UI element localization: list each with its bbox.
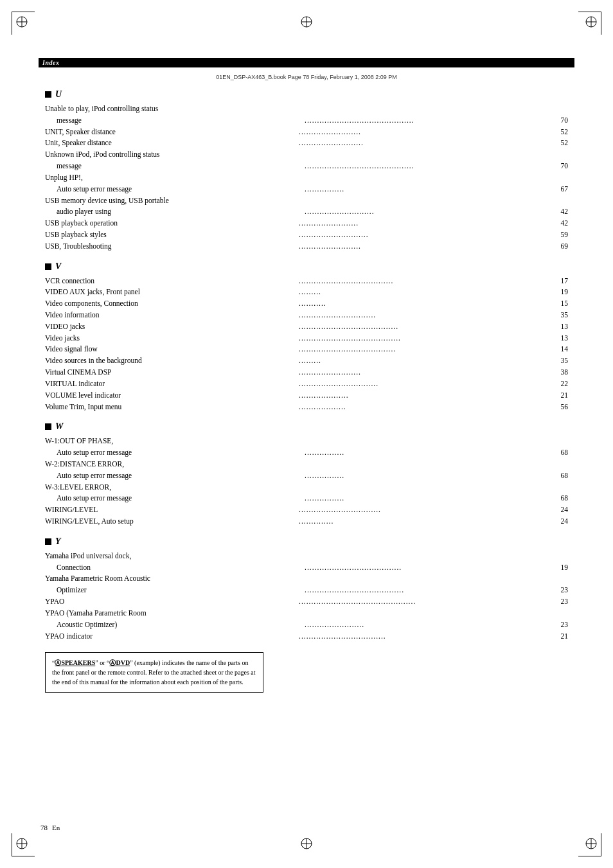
entry-ypao-acoustic-optimizer: Acoustic Optimizer) ....................… bbox=[57, 619, 568, 631]
entry-volume-level-indicator: VOLUME level indicator .................… bbox=[45, 390, 568, 402]
entry-video-information: Video information ......................… bbox=[45, 310, 568, 321]
entry-ypao-indicator: YPAO indicator .........................… bbox=[45, 631, 568, 642]
entry-wiring-level: WIRING/LEVEL ...........................… bbox=[45, 504, 568, 516]
entry-w2-auto-setup: Auto setup error message ...............… bbox=[57, 470, 568, 482]
crosshair-tr bbox=[585, 15, 598, 31]
entry-w3-auto-setup: Auto setup error message ...............… bbox=[57, 493, 568, 504]
entry-virtual-indicator: VIRTUAL indicator ......................… bbox=[45, 378, 568, 390]
index-label: Index bbox=[42, 59, 59, 66]
entry-usb-troubleshooting: USB, Troubleshooting ...................… bbox=[45, 241, 568, 252]
entry-unknown-ipod: Unknown iPod, iPod controlling status bbox=[45, 149, 568, 161]
section-w-header: W bbox=[45, 421, 568, 432]
section-u-header: U bbox=[45, 89, 568, 100]
entry-usb-playback-op: USB playback operation .................… bbox=[45, 218, 568, 229]
crosshair-bm bbox=[300, 837, 313, 853]
entry-usb-audio-player: audio player using .....................… bbox=[57, 206, 568, 218]
entry-w1-auto-setup: Auto setup error message ...............… bbox=[57, 447, 568, 459]
entry-yamaha-ipod-dock: Yamaha iPod universal dock, bbox=[45, 551, 568, 562]
page-suffix: En bbox=[52, 824, 60, 831]
section-y-letter: Y bbox=[55, 536, 61, 547]
entry-video-signal-flow: Video signal flow ......................… bbox=[45, 344, 568, 355]
entry-usb-memory: USB memory device using, USB portable bbox=[45, 195, 568, 207]
entry-w1-out-of-phase: W-1:OUT OF PHASE, bbox=[45, 436, 568, 447]
section-y-square bbox=[45, 538, 51, 545]
entry-yamaha-parametric: Yamaha Parametric Room Acoustic bbox=[45, 573, 568, 585]
entry-video-jacks-lower: Video jacks ............................… bbox=[45, 333, 568, 344]
crosshair-br bbox=[585, 837, 598, 853]
section-v-letter: V bbox=[55, 261, 61, 272]
index-body: U Unable to play, iPod controlling statu… bbox=[45, 89, 568, 693]
section-v-square bbox=[45, 263, 51, 270]
entry-ypao: YPAO ...................................… bbox=[45, 596, 568, 608]
entry-ypao-yamaha-room: YPAO (Yamaha Parametric Room bbox=[45, 608, 568, 619]
entry-unplug-auto-setup: Auto setup error message ...............… bbox=[57, 184, 568, 195]
page-number: 78 En bbox=[39, 821, 60, 833]
section-y-header: Y bbox=[45, 536, 568, 547]
index-header-bar: Index bbox=[39, 58, 574, 67]
section-w-square bbox=[45, 423, 51, 430]
entry-wiring-level-auto: WIRING/LEVEL, Auto setup .............. … bbox=[45, 516, 568, 527]
entry-video-jacks-upper: VIDEO jacks ............................… bbox=[45, 321, 568, 333]
crosshair-bl bbox=[15, 837, 28, 853]
crosshair-tl bbox=[15, 15, 28, 31]
entry-w2-distance-error: W-2:DISTANCE ERROR, bbox=[45, 459, 568, 470]
note-speakers-label: ⒶSPEAKERS bbox=[55, 659, 95, 666]
entry-yamaha-optimizer: Optimizer ..............................… bbox=[57, 585, 568, 596]
entry-virtual-cinema-dsp: Virtual CINEMA DSP .....................… bbox=[45, 367, 568, 378]
main-content: Index 01EN_DSP-AX463_B.book Page 78 Frid… bbox=[39, 58, 574, 693]
entry-unit-speaker-dist1: UNIT, Speaker distance .................… bbox=[45, 127, 568, 138]
entry-unplug-hp: Unplug HP!, bbox=[45, 172, 568, 184]
entry-yamaha-connection: Connection .............................… bbox=[57, 562, 568, 574]
entry-unable-message: message ................................… bbox=[57, 115, 568, 127]
section-u-letter: U bbox=[55, 89, 62, 100]
entry-video-components: Video components, Connection ...........… bbox=[45, 298, 568, 310]
footer: 78 En bbox=[39, 821, 574, 833]
entry-w3-level-error: W-3:LEVEL ERROR, bbox=[45, 482, 568, 493]
page: Index 01EN_DSP-AX463_B.book Page 78 Frid… bbox=[0, 0, 613, 868]
entry-video-sources-background: Video sources in the background ........… bbox=[45, 355, 568, 367]
section-w-letter: W bbox=[55, 421, 63, 432]
note-dvd-label: ⒶDVD bbox=[109, 659, 130, 666]
entry-unit-speaker-dist2: Unit, Speaker distance .................… bbox=[45, 137, 568, 149]
note-text: “ⒶSPEAKERS” or “ⒶDVD” (example) indicate… bbox=[52, 659, 256, 686]
section-v-header: V bbox=[45, 261, 568, 272]
entry-vcr-conn: VCR connection .........................… bbox=[45, 276, 568, 287]
entry-video-aux: VIDEO AUX jacks, Front panel ......... 1… bbox=[45, 287, 568, 298]
note-box: “ⒶSPEAKERS” or “ⒶDVD” (example) indicate… bbox=[45, 652, 263, 693]
crosshair-tm bbox=[300, 15, 313, 31]
entry-unknown-message: message ................................… bbox=[57, 161, 568, 172]
entry-volume-trim: Volume Trim, Input menu ................… bbox=[45, 402, 568, 413]
doc-info: 01EN_DSP-AX463_B.book Page 78 Friday, Fe… bbox=[39, 74, 574, 80]
entry-usb-playback-styles: USB playback styles ....................… bbox=[45, 229, 568, 241]
section-u-square bbox=[45, 91, 51, 98]
entry-unable-to-play: Unable to play, iPod controlling status bbox=[45, 103, 568, 115]
